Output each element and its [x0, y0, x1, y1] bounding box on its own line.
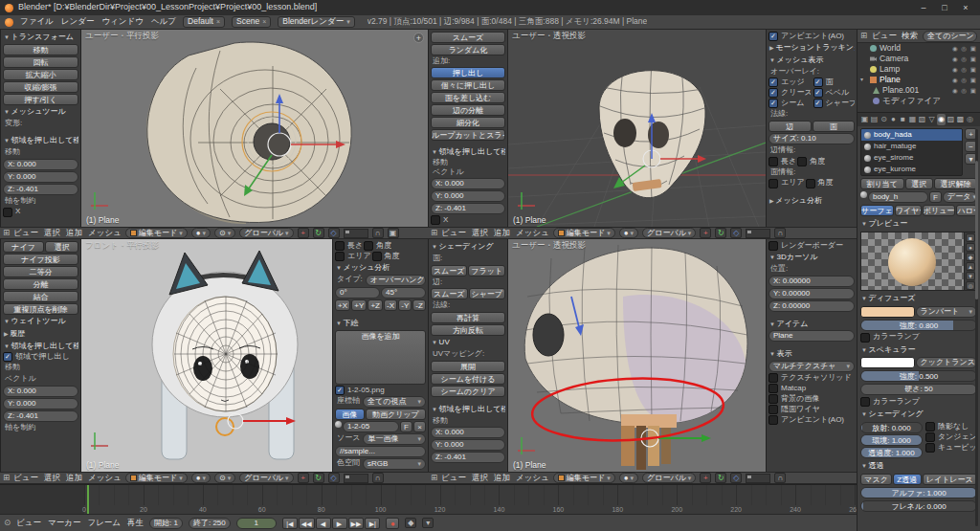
manipulator-scale-icon[interactable]: ◇: [328, 473, 340, 483]
shelf-button[interactable]: 移動: [3, 44, 78, 55]
manipulator-translate-icon[interactable]: +: [700, 228, 711, 238]
material-type-tab[interactable]: ボリューム: [923, 205, 956, 216]
shelf-button[interactable]: 辺の分離: [431, 104, 505, 116]
shelf-button[interactable]: スムーズ: [431, 32, 505, 43]
layers-widget[interactable]: [344, 229, 368, 238]
normals-button[interactable]: 再計算: [431, 312, 505, 323]
panel-item[interactable]: アイテム: [768, 319, 855, 330]
orientation-selector[interactable]: グローバル▾: [642, 473, 696, 483]
viewport-menu-item[interactable]: メッシュ: [88, 474, 122, 482]
viewport-bottom-left[interactable]: フロント・平行投影 (1) Plane: [81, 239, 332, 472]
panel-transparency[interactable]: 透過: [860, 460, 977, 472]
assign-button[interactable]: 選択: [905, 178, 933, 189]
viewport-top-left[interactable]: ユーザー・平行投影 (1) Plane +: [81, 30, 428, 227]
face-info-checkbox[interactable]: エリア: [335, 252, 371, 261]
play-icon[interactable]: ▶: [332, 518, 347, 529]
layers-widget[interactable]: [344, 474, 368, 483]
viewport-menu-item[interactable]: ビュー: [441, 229, 466, 237]
emit-slider[interactable]: 放射: 0.000: [860, 422, 923, 433]
row-visibility-icons[interactable]: ◉ ◎ ▣: [952, 55, 977, 62]
overlay-checkbox[interactable]: ベベル: [813, 88, 856, 98]
fake-user-button[interactable]: F: [400, 421, 412, 432]
shelf-button[interactable]: 拡大縮小: [3, 69, 78, 80]
shelf-button[interactable]: 重複頂点を削除: [3, 303, 78, 315]
viewport-top-right[interactable]: ユーザー・透視投影 (1) Plane: [508, 30, 766, 227]
tab-scene[interactable]: ⊙: [880, 114, 888, 125]
shade-button[interactable]: スムーズ: [431, 288, 468, 299]
vector-field[interactable]: Z: -0.401: [431, 203, 505, 214]
manipulator-translate-icon[interactable]: +: [298, 228, 309, 238]
shading-checkbox[interactable]: 陰影なし: [925, 422, 977, 431]
outliner-menu-item[interactable]: ビュー: [872, 32, 897, 40]
panel-transform[interactable]: トランスフォーム: [3, 32, 78, 43]
timeline-ruler[interactable]: 020406080100120140160180200220240260: [0, 484, 857, 514]
render-border-checkbox[interactable]: レンダーボーダー: [768, 241, 855, 251]
manipulator-rotate-icon[interactable]: ↻: [313, 473, 324, 483]
properties-scrollbar[interactable]: [975, 129, 978, 526]
face-info-checkbox[interactable]: エリア: [768, 179, 805, 188]
manipulator-rotate-icon[interactable]: ↻: [715, 473, 726, 483]
snap-magnet-icon[interactable]: ∩: [372, 473, 384, 483]
viewport-menu-item[interactable]: 選択: [472, 474, 488, 482]
angle-max-field[interactable]: 45°: [381, 287, 426, 299]
overlay-checkbox[interactable]: シャープ: [813, 99, 856, 108]
panel-mesh-display[interactable]: メッシュ表示: [768, 55, 855, 66]
axis-button[interactable]: +Y: [351, 299, 367, 311]
tab-object-data[interactable]: ▽: [927, 114, 936, 125]
viewport-canvas[interactable]: [508, 239, 766, 472]
image-path-field[interactable]: //sample...: [335, 446, 426, 457]
jump-start-icon[interactable]: |◀: [282, 518, 298, 529]
constraint-x-checkbox[interactable]: X: [3, 208, 78, 217]
vector-field[interactable]: X: 0.000: [431, 178, 505, 189]
record-button[interactable]: ●: [386, 518, 399, 529]
outliner-row-world[interactable]: World ◉ ◎ ▣: [858, 43, 980, 54]
uv-button[interactable]: シームのクリア: [431, 386, 505, 397]
axis-button[interactable]: -Z: [412, 299, 426, 311]
constraint-x-checkbox[interactable]: X: [431, 215, 505, 225]
vector-field[interactable]: Y: 0.000: [3, 171, 78, 183]
item-name-field[interactable]: Plane: [768, 330, 855, 342]
shelf-button[interactable]: 二等分: [3, 266, 78, 277]
media-tab[interactable]: 動画クリップ: [366, 409, 426, 420]
translucency-slider[interactable]: 透過度: 1.000: [860, 447, 923, 458]
display-checkbox[interactable]: 背景の画像: [768, 394, 855, 404]
display-checkbox[interactable]: アンビエント(AO): [768, 415, 855, 425]
editor-type-icon[interactable]: ⊞: [3, 229, 10, 237]
display-checkbox[interactable]: Matcap: [768, 384, 855, 393]
screen-layout-selector[interactable]: Default×: [183, 16, 225, 28]
vector-field[interactable]: Y: 0.000: [431, 190, 505, 202]
next-keyframe-icon[interactable]: ▶▶: [348, 518, 365, 529]
vector-field[interactable]: Y: 0.000: [3, 398, 78, 409]
overlay-checkbox[interactable]: エッジ: [768, 77, 811, 87]
edge-info-checkbox[interactable]: 長さ: [335, 241, 363, 251]
specular-shader-selector[interactable]: クックトランス▾: [916, 357, 978, 368]
shade-button[interactable]: スムーズ: [431, 265, 467, 277]
vector-field[interactable]: Z: -0.401: [3, 184, 78, 195]
tab-constraints[interactable]: ▦: [908, 114, 917, 125]
keying-set-icon[interactable]: ◆: [405, 518, 416, 528]
panel-shading[interactable]: シェーディング: [860, 409, 977, 420]
outliner-row-modifier[interactable]: モディファイア: [858, 96, 980, 106]
shelf-button[interactable]: 選択: [45, 241, 78, 253]
editor-type-icon[interactable]: ⊞: [3, 474, 10, 482]
preview-sphere-icon[interactable]: ●: [966, 243, 975, 252]
panel-operator[interactable]: 領域を押し出して移動: [431, 146, 505, 157]
current-frame-field[interactable]: 1: [236, 518, 277, 529]
viewport-menu-item[interactable]: 選択: [44, 229, 60, 237]
row-visibility-icons[interactable]: ◉ ◎ ▣: [952, 66, 977, 73]
shelf-button[interactable]: ループカットとスライド: [431, 129, 505, 141]
ambient-slider[interactable]: 環境: 1.000: [860, 434, 923, 446]
open-region-icon[interactable]: +: [413, 33, 424, 43]
tab-modifiers[interactable]: ▧: [918, 114, 926, 125]
assign-button[interactable]: 割り当て: [860, 178, 904, 189]
shelf-button[interactable]: ナイフ: [3, 241, 44, 253]
tab-material[interactable]: ◉: [937, 114, 946, 125]
viewport-bottom-right[interactable]: ユーザー・透視投影 (1) Plane: [508, 239, 766, 472]
specular-color-swatch[interactable]: [860, 357, 915, 368]
analysis-type-selector[interactable]: オーバーハング▾: [366, 275, 426, 286]
tab-render-layers[interactable]: ▤: [870, 114, 879, 125]
editor-type-icon[interactable]: ⊙: [4, 519, 11, 527]
panel-shading[interactable]: シェーディング: [431, 241, 505, 253]
viewport-menu-item[interactable]: メッシュ: [516, 474, 549, 482]
shelf-button[interactable]: 回転: [3, 56, 78, 68]
